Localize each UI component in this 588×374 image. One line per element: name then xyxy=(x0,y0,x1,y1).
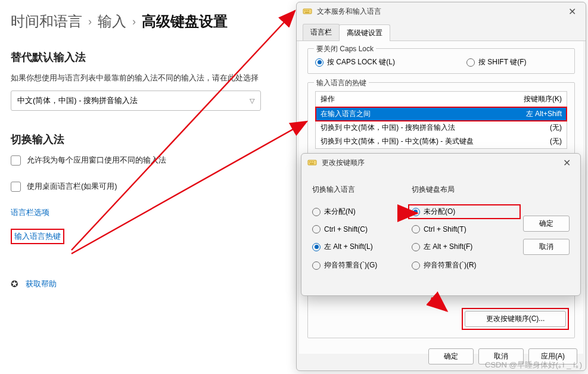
svg-rect-3 xyxy=(308,10,309,11)
radio-lang-ctrlshift[interactable]: Ctrl + Shift(C) xyxy=(312,225,406,233)
dialog-title: 文本服务和输入语言 xyxy=(317,7,565,17)
row-keys: 左 Alt+Shift xyxy=(526,109,562,119)
cancel-button[interactable]: 取消 xyxy=(523,239,570,255)
watermark: CSDN @早睡身体好(｡ì _ í｡) xyxy=(485,360,582,370)
switch-layout-group: 切换键盘布局 未分配(O) Ctrl + Shift(T) 左 Alt + Sh… xyxy=(412,185,517,270)
row-action: 切换到 中文(简体，中国) - 中文(简体) - 美式键盘 xyxy=(321,136,474,147)
page-title: 高级键盘设置 xyxy=(142,12,228,31)
radio-label: Ctrl + Shift(T) xyxy=(424,225,466,233)
breadcrumb-time-language[interactable]: 时间和语言 xyxy=(11,12,82,31)
chevron-right-icon: › xyxy=(132,15,136,28)
ok-button[interactable]: 确定 xyxy=(523,216,570,232)
list-item[interactable]: 在输入语言之间 左 Alt+Shift xyxy=(316,107,567,121)
radio-label: 左 Alt + Shift(F) xyxy=(424,242,472,252)
radio-layout-none[interactable]: 未分配(O) xyxy=(408,204,521,219)
radio-label: 抑音符重音(`)(R) xyxy=(424,260,477,270)
radio-layout-ctrlshift[interactable]: Ctrl + Shift(T) xyxy=(412,225,517,233)
svg-rect-0 xyxy=(303,9,312,14)
col-keys: 按键顺序(K) xyxy=(524,94,562,104)
help-link[interactable]: ✪ 获取帮助 xyxy=(11,279,281,289)
svg-rect-4 xyxy=(305,12,309,13)
tabs: 语言栏 高级键设置 xyxy=(297,20,586,41)
radio-icon xyxy=(312,208,321,216)
radio-label: 左 Alt + Shift(L) xyxy=(324,242,373,252)
radio-icon xyxy=(412,208,420,216)
titlebar[interactable]: 更改按键顺序 ✕ xyxy=(301,154,580,172)
help-icon: ✪ xyxy=(11,279,18,289)
list-item[interactable]: 切换到 中文(简体，中国) - 搜狗拼音输入法 (无) xyxy=(316,121,567,135)
radio-lang-grave[interactable]: 抑音符重音(`)(G) xyxy=(312,260,406,270)
svg-rect-7 xyxy=(311,161,312,163)
radio-label: 未分配(O) xyxy=(424,207,455,217)
group-title: 要关闭 Caps Lock xyxy=(314,44,376,54)
checkbox-label: 允许我为每个应用窗口使用不同的输入法 xyxy=(27,155,166,166)
row-action: 切换到 中文(简体，中国) - 搜狗拼音输入法 xyxy=(321,123,455,133)
radio-icon xyxy=(466,58,475,67)
radio-label: 抑音符重音(`)(G) xyxy=(324,260,377,270)
svg-rect-2 xyxy=(306,10,307,11)
default-ime-dropdown[interactable]: 中文(简体，中国) - 搜狗拼音输入法 ▽ xyxy=(11,91,261,111)
svg-rect-9 xyxy=(310,163,314,164)
radio-icon xyxy=(412,225,420,233)
switch-language-group: 切换输入语言 未分配(N) Ctrl + Shift(C) 左 Alt + Sh… xyxy=(312,185,406,270)
chevron-down-icon: ▽ xyxy=(250,97,254,105)
row-action: 在输入语言之间 xyxy=(321,109,371,119)
hotkey-list: 操作 按键顺序(K) 在输入语言之间 左 Alt+Shift 切换到 中文(简体… xyxy=(315,91,567,149)
group-title: 切换键盘布局 xyxy=(412,185,517,195)
radio-layout-grave[interactable]: 抑音符重音(`)(R) xyxy=(412,260,517,270)
radio-icon xyxy=(315,58,323,67)
svg-rect-6 xyxy=(309,161,310,163)
checkbox-label: 使用桌面语言栏(如果可用) xyxy=(27,181,117,192)
ok-button[interactable]: 确定 xyxy=(428,348,474,364)
list-item[interactable]: 切换到 中文(简体，中国) - 中文(简体) - 美式键盘 (无) xyxy=(316,135,567,148)
group-title: 切换输入语言 xyxy=(312,185,406,195)
svg-rect-1 xyxy=(304,10,306,11)
breadcrumb: 时间和语言 › 输入 › 高级键盘设置 xyxy=(11,12,281,31)
link-input-hotkey[interactable]: 输入语言热键 xyxy=(14,231,61,242)
help-label: 获取帮助 xyxy=(26,279,57,289)
radio-label: 按 SHIFT 键(F) xyxy=(478,57,526,67)
checkbox-per-window[interactable]: 允许我为每个应用窗口使用不同的输入法 xyxy=(11,155,281,166)
checkbox-desktop-langbar[interactable]: 使用桌面语言栏(如果可用) xyxy=(11,181,281,192)
dialog-body: 切换输入语言 未分配(N) Ctrl + Shift(C) 左 Alt + Sh… xyxy=(301,172,580,276)
keyboard-icon xyxy=(307,158,317,167)
radio-icon xyxy=(312,225,321,233)
switch-ime-title: 切换输入法 xyxy=(11,132,281,147)
radio-shift[interactable]: 按 SHIFT 键(F) xyxy=(466,57,526,67)
link-langbar-options[interactable]: 语言栏选项 xyxy=(11,207,281,218)
checkbox-icon xyxy=(11,182,21,192)
radio-icon xyxy=(312,261,321,270)
radio-layout-altshift[interactable]: 左 Alt + Shift(F) xyxy=(412,242,517,252)
radio-label: 未分配(N) xyxy=(324,207,356,217)
radio-capslock[interactable]: 按 CAPS LOCK 键(L) xyxy=(315,57,395,67)
close-icon[interactable]: ✕ xyxy=(559,157,574,169)
radio-label: Ctrl + Shift(C) xyxy=(324,225,368,233)
list-header: 操作 按键顺序(K) xyxy=(316,92,567,107)
row-keys: (无) xyxy=(550,136,562,147)
tab-advanced[interactable]: 高级键设置 xyxy=(339,24,390,41)
col-action: 操作 xyxy=(321,94,335,104)
radio-lang-none[interactable]: 未分配(N) xyxy=(312,207,406,217)
dropdown-value: 中文(简体，中国) - 搜狗拼音输入法 xyxy=(17,95,138,106)
breadcrumb-input[interactable]: 输入 xyxy=(98,12,126,31)
change-key-sequence-dialog: 更改按键顺序 ✕ 切换输入语言 未分配(N) Ctrl + Shift(C) 左… xyxy=(301,153,581,296)
radio-icon xyxy=(412,243,420,251)
settings-page: 时间和语言 › 输入 › 高级键盘设置 替代默认输入法 如果你想使用与语言列表中… xyxy=(0,0,292,301)
chevron-right-icon: › xyxy=(88,15,92,28)
change-key-sequence-button[interactable]: 更改按键顺序(C)... xyxy=(465,311,566,327)
radio-label: 按 CAPS LOCK 键(L) xyxy=(327,57,395,67)
titlebar[interactable]: 文本服务和输入语言 ✕ xyxy=(297,2,586,20)
checkbox-icon xyxy=(11,155,21,166)
radio-lang-altshift[interactable]: 左 Alt + Shift(L) xyxy=(312,242,406,252)
row-keys: (无) xyxy=(550,123,562,133)
default-ime-hint: 如果你想使用与语言列表中最靠前的输入法不同的输入法，请在此处选择 xyxy=(11,73,281,83)
group-capslock: 要关闭 Caps Lock 按 CAPS LOCK 键(L) 按 SHIFT 键… xyxy=(307,48,575,74)
radio-icon xyxy=(412,261,420,270)
svg-rect-5 xyxy=(308,160,316,165)
button-column: 确定 取消 xyxy=(523,216,570,270)
radio-icon xyxy=(312,243,321,251)
keyboard-icon xyxy=(303,7,312,16)
tab-langbar[interactable]: 语言栏 xyxy=(303,24,340,40)
close-icon[interactable]: ✕ xyxy=(565,6,580,17)
dialog-title: 更改按键顺序 xyxy=(322,158,559,168)
